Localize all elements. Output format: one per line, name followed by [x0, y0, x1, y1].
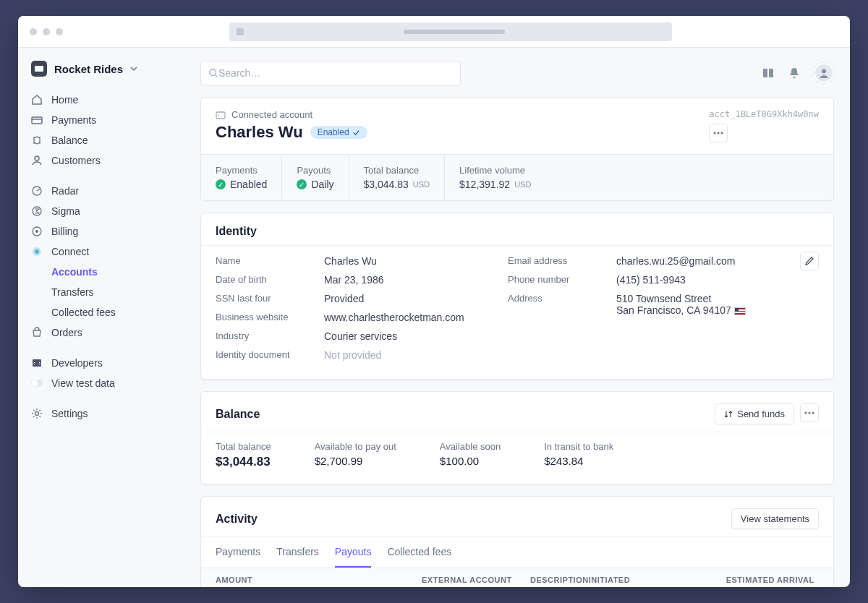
identity-iddoc-value: Not provided	[324, 349, 381, 361]
svg-point-19	[805, 412, 807, 414]
us-flag-icon	[734, 307, 746, 315]
identity-card: Identity NameCharles Wu Date of birthMar…	[200, 213, 834, 380]
sidebar-item-developers[interactable]: Developers	[18, 353, 184, 373]
sidebar-item-transfers[interactable]: Transfers	[18, 282, 184, 302]
window-dot	[43, 28, 50, 35]
view-statements-button[interactable]: View statements	[731, 508, 819, 529]
sidebar-item-label: Orders	[51, 327, 82, 338]
summary-label: Payouts	[297, 165, 333, 176]
identity-email-value: charles.wu.25@gmail.com	[616, 255, 735, 267]
payouts-table: AMOUNT EXTERNAL ACCOUNT DESCRIPTION INIT…	[201, 568, 833, 587]
docs-icon[interactable]	[762, 67, 775, 80]
sidebar-item-label: Balance	[51, 134, 88, 146]
identity-industry-value: Courier services	[324, 330, 397, 342]
search-input-wrapper[interactable]	[200, 61, 461, 85]
svg-point-13	[822, 69, 826, 74]
billing-icon	[31, 226, 43, 237]
sidebar-item-orders[interactable]: Orders	[18, 322, 184, 343]
svg-point-16	[714, 132, 716, 134]
topbar	[200, 61, 834, 85]
svg-point-5	[35, 230, 38, 233]
identity-phone-value: (415) 511-9943	[616, 274, 686, 286]
section-title: Identity	[216, 225, 257, 238]
summary-label: Payments	[216, 165, 267, 176]
sidebar-item-collected-fees[interactable]: Collected fees	[18, 302, 184, 322]
toggle-icon	[31, 377, 43, 389]
summary-value: $3,044.83	[364, 179, 409, 190]
sidebar-item-billing[interactable]: Billing	[18, 221, 184, 241]
sidebar-item-label: Accounts	[51, 266, 98, 278]
identity-email-label: Email address	[508, 255, 616, 267]
identity-website-value: www.charlestherocketman.com	[324, 312, 464, 323]
edit-identity-button[interactable]	[800, 252, 819, 270]
svg-point-18	[721, 132, 723, 134]
sidebar-item-accounts[interactable]: Accounts	[18, 262, 184, 282]
gear-icon	[31, 408, 43, 419]
svg-point-15	[218, 114, 219, 116]
more-button[interactable]	[800, 403, 819, 422]
sidebar-item-label: Radar	[51, 185, 79, 197]
sidebar-item-label: Customers	[51, 155, 101, 166]
identity-website-label: Business website	[216, 312, 324, 323]
svg-point-21	[812, 412, 814, 414]
tab-collected-fees[interactable]: Collected fees	[387, 537, 451, 568]
button-label: View statements	[741, 513, 809, 524]
radar-icon	[31, 185, 43, 197]
currency-label: USD	[514, 180, 531, 189]
account-switcher[interactable]: Rocket Rides	[18, 61, 184, 90]
svg-point-7	[35, 249, 39, 254]
balance-label: Available soon	[440, 441, 501, 452]
button-label: Send funds	[737, 409, 785, 419]
sidebar-item-radar[interactable]: Radar	[18, 181, 184, 201]
tab-payments[interactable]: Payments	[216, 537, 260, 568]
sidebar-item-home[interactable]: Home	[18, 90, 184, 110]
tab-transfers[interactable]: Transfers	[276, 537, 319, 568]
identity-ssn-value: Provided	[324, 293, 364, 304]
identity-address-label: Address	[508, 293, 616, 316]
sidebar-item-customers[interactable]: Customers	[18, 150, 184, 171]
sidebar-item-label: Settings	[51, 408, 88, 419]
sidebar-item-label: Developers	[51, 357, 103, 369]
summary-value: Enabled	[230, 179, 267, 190]
sidebar-item-sigma[interactable]: Sigma	[18, 201, 184, 221]
balance-value: $3,044.83	[216, 455, 271, 469]
svg-point-20	[809, 412, 811, 414]
breadcrumb: Connected account	[216, 109, 709, 120]
summary-label: Lifetime volume	[459, 165, 531, 176]
sidebar-item-label: Transfers	[51, 286, 94, 298]
sidebar-item-label: Sigma	[51, 205, 80, 217]
transfer-icon	[724, 410, 733, 419]
sidebar-item-payments[interactable]: Payments	[18, 110, 184, 130]
sidebar-item-settings[interactable]: Settings	[18, 403, 184, 424]
sidebar-item-connect[interactable]: Connect	[18, 241, 184, 262]
identity-dob-value: Mar 23, 1986	[324, 274, 384, 286]
search-input[interactable]	[218, 67, 453, 79]
summary-payments: Payments ✓Enabled	[201, 155, 282, 200]
address-bar[interactable]	[229, 22, 672, 41]
user-avatar[interactable]	[814, 63, 834, 83]
window-titlebar	[18, 16, 850, 48]
tab-payouts[interactable]: Payouts	[335, 537, 372, 568]
sigma-icon	[31, 205, 43, 217]
summary-payouts: Payouts ✓Daily	[282, 155, 349, 200]
breadcrumb-label: Connected account	[231, 109, 312, 120]
sidebar-item-balance[interactable]: Balance	[18, 130, 184, 150]
send-funds-button[interactable]: Send funds	[715, 403, 794, 424]
identity-iddoc-label: Identity document	[216, 349, 324, 361]
balance-card: Balance Send funds Total balan	[200, 391, 834, 484]
sidebar-item-testdata[interactable]: View test data	[18, 373, 184, 393]
more-icon	[804, 411, 814, 414]
balance-row: Total balance$3,044.83 Available to pay …	[201, 432, 833, 484]
col-init: INITIATED	[589, 576, 726, 584]
bell-icon[interactable]	[788, 67, 801, 80]
more-icon	[713, 132, 723, 134]
brand-name: Rocket Rides	[54, 63, 123, 75]
svg-point-10	[32, 380, 38, 386]
sidebar-item-label: Connect	[51, 246, 89, 257]
search-icon	[208, 68, 218, 78]
window-dot	[30, 28, 37, 35]
identity-industry-label: Industry	[216, 330, 324, 342]
section-title: Balance	[216, 408, 260, 421]
summary-total-balance: Total balance $3,044.83 USD	[349, 155, 446, 200]
more-button[interactable]	[709, 124, 728, 142]
